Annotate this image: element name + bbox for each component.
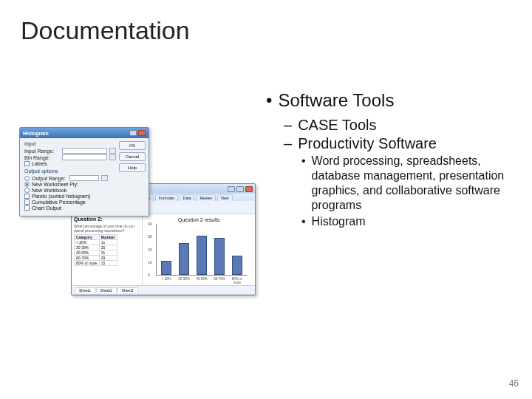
bullet-l2-productivity: Productivity Software xyxy=(284,135,510,152)
bullet-l2b-text: Productivity Software xyxy=(298,135,437,152)
chart-title: Question 2 results xyxy=(147,217,250,222)
sheet-tabs: Sheet1 Sheet2 Sheet3 xyxy=(72,285,255,294)
x-label: 40-59% xyxy=(194,277,209,281)
output-range-label: Output Range: xyxy=(32,176,67,181)
labels-label: Labels xyxy=(32,161,47,166)
table-row: 80% or more15 xyxy=(75,261,117,266)
sheet-tab[interactable]: Sheet3 xyxy=(117,287,138,293)
help-icon[interactable] xyxy=(129,130,137,136)
dash-icon xyxy=(284,135,292,152)
worksheet-area: Question 2: What percentage of your time… xyxy=(72,214,255,285)
bullet-l1: Software Tools xyxy=(266,90,510,111)
input-range-field[interactable] xyxy=(62,148,107,154)
th-category: Category xyxy=(75,235,100,240)
bin-range-label: Bin Range: xyxy=(24,155,60,160)
range-picker-icon[interactable] xyxy=(109,148,116,154)
labels-checkbox[interactable] xyxy=(24,161,30,166)
y-tick: 10 xyxy=(148,260,152,265)
chart-plot-area: 40 30 20 10 0 < 20% 20-39% 40-59% 60-79 xyxy=(156,224,248,276)
bar xyxy=(214,238,225,275)
slide-title: Documentation xyxy=(21,16,190,45)
content-bullets: Software Tools CASE Tools Productivity S… xyxy=(266,90,510,231)
bar xyxy=(179,243,189,275)
histogram-dialog: Histogram Input Input Range: Bin Range: … xyxy=(19,127,149,216)
data-table: CategoryNumber < 20%11 20-39%25 40-59%31… xyxy=(74,234,117,266)
table-row: 20-39%25 xyxy=(75,245,117,250)
bullet-l1-text: Software Tools xyxy=(278,90,394,111)
question-text: What percentage of your time do you spen… xyxy=(74,224,140,233)
status-bar: Ready xyxy=(72,294,255,296)
dash-icon xyxy=(284,117,292,134)
bullet-dot-icon xyxy=(266,90,272,111)
bullet-l2a-text: CASE Tools xyxy=(298,117,376,134)
help-button[interactable]: Help xyxy=(119,163,146,172)
tab-view[interactable]: View xyxy=(217,194,233,201)
group-output-label: Output options xyxy=(24,168,116,174)
cumpct-checkbox[interactable] xyxy=(24,200,30,205)
bullet-dot-icon xyxy=(301,154,306,213)
question-label: Question 2: xyxy=(74,216,140,222)
new-wb-radio[interactable] xyxy=(24,188,30,193)
pareto-checkbox[interactable] xyxy=(24,194,30,199)
bin-range-field[interactable] xyxy=(62,154,107,160)
output-range-field[interactable] xyxy=(69,175,99,181)
group-input-label: Input xyxy=(24,141,116,146)
bar xyxy=(161,261,171,275)
cells-area[interactable]: Question 2: What percentage of your time… xyxy=(72,214,143,285)
input-range-label: Input Range: xyxy=(24,149,60,154)
dialog-title-text: Histogram xyxy=(23,131,49,136)
table-row: 60-79%29 xyxy=(75,256,117,261)
bar xyxy=(232,256,242,275)
x-label: 60-79% xyxy=(212,277,227,281)
x-label: 80% or more xyxy=(230,277,245,284)
table-row: < 20%11 xyxy=(75,240,117,245)
bullet-l3b-text: Histogram xyxy=(312,214,366,229)
bullet-l3-word: Word processing, spreadsheets, database … xyxy=(301,154,510,213)
screenshot-composite: Histogram Input Input Range: Bin Range: … xyxy=(19,127,256,282)
cancel-button[interactable]: Cancel xyxy=(119,152,146,161)
y-tick: 20 xyxy=(148,248,152,252)
new-ws-radio[interactable] xyxy=(24,182,30,187)
y-tick: 40 xyxy=(148,222,152,226)
range-picker-icon[interactable] xyxy=(109,154,116,160)
bullet-l3-hist: Histogram xyxy=(301,214,510,229)
x-label: < 20% xyxy=(159,277,174,281)
th-number: Number xyxy=(99,235,117,240)
page-number: 46 xyxy=(509,378,519,389)
range-picker-icon[interactable] xyxy=(101,175,108,181)
table-row: 40-59%31 xyxy=(75,250,117,256)
bullet-l3a-text: Word processing, spreadsheets, database … xyxy=(312,154,510,213)
cumpct-label: Cumulative Percentage xyxy=(32,200,86,205)
pareto-label: Pareto (sorted histogram) xyxy=(32,194,90,199)
new-ws-label: New Worksheet Ply: xyxy=(32,182,78,187)
dialog-body: Input Input Range: Bin Range: Labels Out… xyxy=(20,138,149,216)
slide: Documentation Software Tools CASE Tools … xyxy=(0,0,532,399)
new-wb-label: New Workbook xyxy=(32,188,66,193)
output-range-radio[interactable] xyxy=(24,176,30,181)
tab-formulas[interactable]: Formulas xyxy=(155,194,178,201)
tab-review[interactable]: Review xyxy=(196,194,215,201)
y-tick: 30 xyxy=(148,234,152,239)
chartout-label: Chart Output xyxy=(32,205,61,211)
sheet-tab[interactable]: Sheet2 xyxy=(96,287,117,293)
close-icon[interactable] xyxy=(138,130,146,136)
bar xyxy=(197,236,207,275)
chartout-checkbox[interactable] xyxy=(24,205,30,211)
y-tick: 0 xyxy=(148,273,150,277)
close-icon[interactable] xyxy=(245,186,253,192)
sheet-tab[interactable]: Sheet1 xyxy=(75,287,95,293)
bullet-l2-case: CASE Tools xyxy=(284,117,510,134)
maximize-icon[interactable] xyxy=(236,186,244,192)
dialog-titlebar: Histogram xyxy=(20,128,149,138)
embedded-chart[interactable]: Question 2 results 40 30 20 10 0 < 20% 2 xyxy=(143,214,255,285)
minimize-icon[interactable] xyxy=(228,186,235,192)
tab-data[interactable]: Data xyxy=(180,194,195,201)
ok-button[interactable]: OK xyxy=(119,141,146,150)
bullet-dot-icon xyxy=(301,214,306,229)
x-label: 20-39% xyxy=(177,277,191,281)
